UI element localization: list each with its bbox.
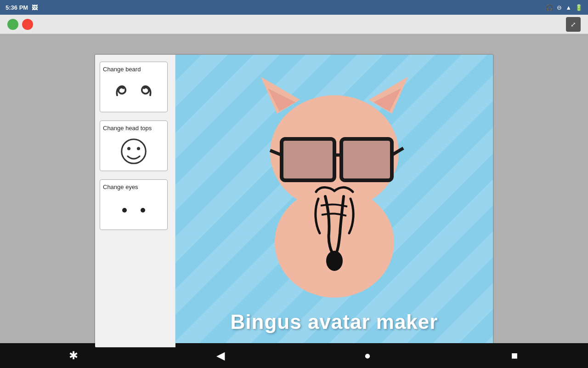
time-display: 5:36 PM [6, 4, 28, 11]
expand-button[interactable]: ⤢ [566, 17, 581, 32]
left-eye-dot [122, 208, 127, 213]
green-button[interactable] [7, 19, 18, 30]
change-beard-label: Change beard [103, 66, 164, 73]
svg-point-0 [122, 139, 146, 163]
status-bar: 5:36 PM 🖼 🎧 ⊖ ▲ 🔋 [0, 0, 588, 15]
bottom-nav-bar: ✱ ◀ ● ■ [0, 343, 588, 368]
eyes-icon [103, 193, 164, 227]
svg-point-15 [326, 251, 343, 271]
change-head-tops-button[interactable]: Change head tops [100, 121, 168, 171]
nav-home-icon[interactable]: ● [354, 346, 381, 365]
bingus-svg [220, 63, 449, 302]
change-beard-button[interactable]: Change beard [100, 62, 168, 112]
status-right: 🎧 ⊖ ▲ 🔋 [546, 4, 582, 11]
battery-icon: 🔋 [575, 4, 582, 11]
svg-rect-11 [341, 139, 392, 180]
svg-point-1 [127, 147, 130, 150]
change-eyes-button[interactable]: Change eyes [100, 179, 168, 230]
change-head-tops-label: Change head tops [103, 125, 164, 132]
svg-rect-10 [282, 139, 334, 180]
toolbar-left [7, 19, 33, 30]
toolbar: ⤢ [0, 15, 588, 34]
headphones-icon: 🎧 [546, 4, 553, 11]
change-eyes-label: Change eyes [103, 184, 164, 190]
right-eye-dot [141, 208, 145, 213]
nav-asterisk-icon[interactable]: ✱ [60, 346, 87, 365]
red-button[interactable] [22, 19, 33, 30]
cat-image-wrapper [175, 55, 493, 310]
expand-icon: ⤢ [571, 21, 576, 28]
nav-recents-icon[interactable]: ■ [501, 346, 528, 365]
svg-point-2 [137, 147, 140, 150]
headtops-icon [103, 134, 164, 168]
nav-back-icon[interactable]: ◀ [207, 346, 234, 365]
page-container: 5:36 PM 🖼 🎧 ⊖ ▲ 🔋 ⤢ Change beard [0, 0, 588, 368]
minus-circle-icon: ⊖ [557, 4, 562, 11]
main-content: Change beard Change head tops [0, 34, 588, 368]
sidebar: Change beard Change head tops [95, 55, 175, 347]
photo-icon: 🖼 [32, 4, 38, 11]
wifi-icon: ▲ [565, 4, 571, 11]
app-window: Change beard Change head tops [94, 54, 494, 348]
status-left: 5:36 PM 🖼 [6, 4, 38, 11]
avatar-area: Bingus avatar maker [175, 55, 493, 347]
avatar-title: Bingus avatar maker [175, 310, 493, 334]
beard-icon [103, 75, 164, 109]
